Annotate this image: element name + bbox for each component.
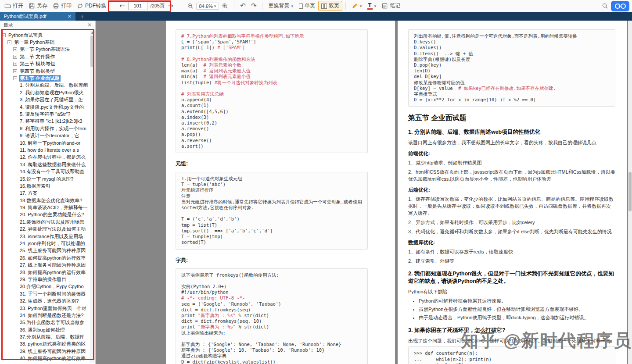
change-background-dropdown[interactable]: 更换背景 ▾ <box>266 1 296 11</box>
toc-item-label: 第一章 Python基础 <box>13 39 55 46</box>
toc-item[interactable]: 31. 手写一个判断时间的装饰器 <box>0 290 90 297</box>
toc-item[interactable]: 30.介绍Cython，Pypy Cpytho <box>0 283 90 290</box>
toc-item[interactable]: 28. 如何提高python的运行效率 <box>0 269 90 276</box>
open-button[interactable]: 打开 <box>2 1 26 11</box>
new-tab-button[interactable]: + <box>75 12 89 21</box>
toc-item[interactable]: 14.有没有一个工具可以帮助查 <box>0 168 90 175</box>
page-number-input[interactable]: 101 <box>128 2 147 10</box>
scroll-up-icon[interactable]: ▲ <box>90 30 95 35</box>
toc-item[interactable]: 12. 你在爬虫过程中，都是怎么 <box>0 154 90 161</box>
save-as-button[interactable]: 另存 <box>26 1 50 11</box>
pdf-convert-button[interactable]: PDF转换 <box>74 1 109 11</box>
toc-item[interactable]: 33. Python里面如何拷贝一个对 <box>0 305 90 312</box>
note-button[interactable]: 笔记 <box>379 1 403 11</box>
document-viewer[interactable]: # 7.Python的列表的截取与字符串操作类型相同,如下所示L = ['spa… <box>96 21 632 364</box>
toc-item-label: 19. 简单谈谈ACID，并解释每一 <box>19 204 89 211</box>
expand-icon[interactable]: + <box>13 62 17 66</box>
paragraph: 该题目网上有很多方法，我不想截图网上的长串文字，看的头疼，按我自己的理解说几点 <box>408 139 615 146</box>
toc-item-label: 22. 异常处理写法以及如何主动 <box>19 226 86 232</box>
toc-item[interactable]: 13. 爬取这些数据都用来做什么 <box>0 161 90 168</box>
heading: 字典: <box>176 257 368 264</box>
toc-item[interactable]: 36. 遇到bug如何处理 <box>0 326 90 333</box>
redo-button[interactable]: ↷ <box>248 1 259 11</box>
zoom-level-dropdown[interactable]: 84.6% ▾ <box>196 3 219 10</box>
toc-scroll-thumb[interactable] <box>90 36 94 67</box>
expand-icon[interactable]: + <box>13 47 17 51</box>
toc-item[interactable]: 34. 如何判断是函数还是方法? <box>0 312 90 319</box>
expand-icon[interactable]: + <box>13 55 17 59</box>
toc-item[interactable]: 20. Python的主要功能是什么? <box>0 211 90 218</box>
search-icon[interactable] <box>602 3 608 9</box>
tab-close-icon[interactable]: ✕ <box>68 14 72 19</box>
document-tab-title: Python面试宝典.pdf <box>4 13 47 20</box>
zoom-in-button[interactable] <box>219 1 231 11</box>
next-page-button[interactable]: → <box>168 3 173 9</box>
toc-item[interactable]: 16.数据库索引 <box>0 182 90 189</box>
toc-item[interactable]: 22. 异常处理写法以及如何主动 <box>0 226 90 233</box>
change-background-label: 更换背景 <box>268 2 289 10</box>
pen-tool-button[interactable]: ▾ <box>349 1 365 11</box>
toolbar-divider <box>234 2 234 10</box>
sidebar-title: 目录 <box>4 22 13 29</box>
toc-item[interactable]: 37.分别从前端、后端、数据库 <box>0 333 90 340</box>
toc-item[interactable]: 39. 线上服务可能因为种种原因 <box>0 348 90 355</box>
toc-item[interactable]: +第二节 文件操作 <box>0 53 90 60</box>
quark-badge-icon[interactable] <box>611 1 629 11</box>
document-tab[interactable]: Python面试宝典.pdf ✕ <box>0 12 75 21</box>
toc-item[interactable]: 10. 解释一下python的and-or <box>0 139 90 146</box>
toc-item[interactable]: 26. 如何提高python的运行效率 <box>0 254 90 261</box>
toc-item[interactable]: +第一节 Python基础语法 <box>0 46 90 53</box>
paragraph: 2、异步方式，如果有耗时操作，可以采用异步，比如celery <box>408 219 615 226</box>
collapse-icon[interactable]: - <box>7 40 11 44</box>
toc-item[interactable]: +第四节 数据类型 <box>0 68 90 75</box>
collapse-icon[interactable]: - <box>2 33 6 37</box>
toc-item[interactable]: 38. python新式类和经典类的区 <box>0 341 90 348</box>
toc-item[interactable]: 3. 如果你困在了死循环里，怎 <box>0 96 90 103</box>
toc-item[interactable]: 5. 请反转字符串 "aStr"? <box>0 111 90 118</box>
collapse-icon[interactable]: - <box>13 76 17 80</box>
toolbar-divider <box>345 2 346 10</box>
toc-item[interactable]: 2. 我们都知道现在Python很火 <box>0 89 90 96</box>
sidebar-close-icon[interactable]: ✕ <box>87 22 92 28</box>
toc-item[interactable]: -第五节 企业面试题 <box>0 75 90 82</box>
code-block: # 7.Python的列表的截取与字符串操作类型相同,如下所示L = ['spa… <box>176 29 368 153</box>
toc-item[interactable]: 4. 请谈谈.pyc文件和.py文件的 <box>0 103 90 111</box>
toc-item[interactable]: 18.数据库怎么优化查询效率? <box>0 197 90 204</box>
toc-item[interactable]: 8. 利用切片操作，实现一个trim <box>0 125 90 132</box>
toc-item[interactable]: +第三节 模块与包 <box>0 61 90 68</box>
bullet-item: 虽然Python在很多方面都性能良好，但在移动计算和浏览器方面表现不够好。 <box>419 306 615 313</box>
toc-item[interactable]: 15.说一下 mysql 的原理? <box>0 175 90 182</box>
text-tool-button[interactable]: T ▾ <box>365 1 379 11</box>
toc-item[interactable]: 11. how do I iterate over a s <box>0 146 90 153</box>
toc-item[interactable]: -第一章 Python基础 <box>0 39 90 46</box>
toc-item[interactable]: -Python面试宝典 <box>0 32 90 39</box>
toc-item[interactable]: 35.为什么函数名字可以当做参 <box>0 319 90 326</box>
previous-page-button[interactable]: ← <box>119 3 125 9</box>
single-page-toggle[interactable]: 单页 <box>296 1 318 11</box>
toc-item[interactable]: 32. 生成器，迭代器的区别? <box>0 297 90 304</box>
toc-item[interactable]: 23. isinstance作用以及应用场 <box>0 233 90 240</box>
expand-icon[interactable]: + <box>13 69 17 73</box>
toc-item[interactable]: 25. 线上服务可能因为种种原因 <box>0 247 90 254</box>
main-scroll-thumb[interactable] <box>628 172 632 211</box>
toc-item[interactable]: 27. 线上服务可能因为种种原因 <box>0 262 90 269</box>
double-page-toggle[interactable]: 双页 <box>318 1 342 11</box>
zoom-out-button[interactable] <box>184 1 196 11</box>
toc-item[interactable]: 9. 请设计一个decorator，它 <box>0 132 90 139</box>
toc-item[interactable]: 17. 方案 <box>0 190 90 197</box>
main-scrollbar[interactable] <box>628 21 632 364</box>
print-button[interactable]: 打印 <box>50 1 74 11</box>
toc-item[interactable]: 24. json序列化时，可以处理的 <box>0 240 90 247</box>
undo-button[interactable]: ↶ <box>237 1 248 11</box>
zoom-out-icon <box>187 3 194 9</box>
toolbar-divider <box>181 2 181 10</box>
toc-item-label: 第五节 企业面试题 <box>19 75 61 82</box>
toc-item[interactable]: 40. 如何提高python的运行效率 <box>0 355 90 362</box>
toc-item[interactable]: 1. 分别从前端、后端、数据库阐 <box>0 82 90 89</box>
toc-item[interactable]: 29. 字符串的操作题目 <box>0 276 90 283</box>
toc-item[interactable]: 19. 简单谈谈ACID，并解释每一 <box>0 204 90 211</box>
toc-item[interactable]: 21.装饰器的写法以及应用场景 <box>0 218 90 225</box>
toc-scrollbar[interactable]: ▲ <box>90 30 95 363</box>
heading: 元组: <box>176 160 368 168</box>
toc-item[interactable]: 7. 将字符串 "k:1 |k1:2|k2:3|k3 <box>0 118 90 125</box>
